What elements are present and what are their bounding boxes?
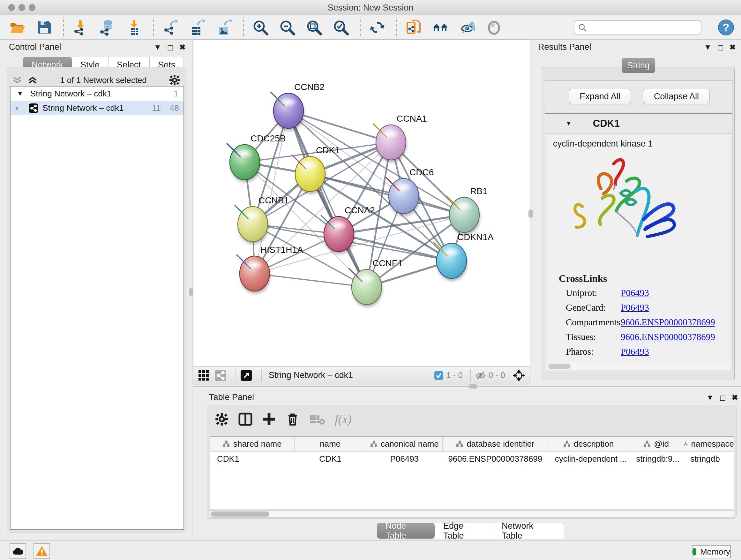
control-panel-close-icon[interactable]: ✖ [179, 43, 185, 53]
network-view-icon[interactable] [214, 369, 226, 381]
expand-all-button[interactable]: Expand All [569, 89, 631, 104]
control-panel-float-icon[interactable]: □ [168, 43, 173, 53]
node-label-HIST1H1A: HIST1H1A [260, 245, 303, 255]
collapse-all-button[interactable]: Collapse All [643, 89, 710, 104]
zoom-out-icon[interactable] [279, 19, 295, 36]
function-builder-button[interactable]: f(x) [335, 412, 352, 426]
network-canvas[interactable]: CCNB2CCNA1CDC25BCDK1CDC6RB1CCNB1CCNA2CDK… [193, 40, 530, 384]
delete-column-icon[interactable] [286, 412, 300, 426]
add-column-icon[interactable] [262, 412, 276, 426]
collapse-all-networks-icon[interactable] [12, 76, 23, 84]
column-header[interactable]: database identifier [443, 437, 548, 451]
column-header[interactable]: shared name [210, 437, 294, 451]
column-header[interactable]: @id [629, 437, 683, 451]
table-row[interactable]: CDK1 CDK1 P06493 9606.ENSP00000378699 cy… [210, 451, 734, 466]
grid-view-icon[interactable] [198, 369, 210, 381]
network-node-CDC6[interactable]: CDC6 [386, 167, 434, 216]
network-row[interactable]: ● String Network – cdk1 11 48 [10, 101, 184, 115]
column-header[interactable]: name [294, 437, 366, 451]
memory-label: Memory [700, 547, 730, 557]
table-panel-close-icon[interactable]: ✖ [731, 393, 738, 403]
hidden-items-eye-icon[interactable] [475, 371, 486, 380]
results-panel-float-icon[interactable]: □ [718, 43, 723, 53]
clone-network-icon[interactable] [405, 19, 422, 36]
results-horizontal-scrollbar[interactable] [547, 363, 730, 370]
houses-icon[interactable] [432, 19, 449, 36]
results-panel-title: Results Panel [538, 42, 591, 52]
node-label-CDC25B: CDC25B [251, 133, 286, 143]
crosslink-link[interactable]: P06493 [621, 288, 649, 298]
tab-network-table[interactable]: Network Table [493, 523, 564, 539]
tab-edge-table[interactable]: Edge Table [434, 523, 493, 539]
column-header[interactable]: namespace [683, 437, 734, 451]
navigator-crosshair-icon[interactable] [512, 369, 526, 382]
export-network-icon[interactable] [162, 19, 179, 36]
zoom-in-icon[interactable] [252, 19, 269, 36]
crosslink-link[interactable]: P06493 [621, 302, 649, 313]
zoom-selected-icon[interactable] [333, 19, 349, 36]
cloud-status-button[interactable] [10, 543, 26, 559]
results-panel-close-icon[interactable]: ✖ [729, 43, 736, 53]
network-node-CCNA1[interactable]: CCNA1 [373, 114, 427, 163]
tree-collapse-icon[interactable]: ▼ [17, 90, 23, 98]
scrollbar-thumb[interactable] [211, 511, 269, 516]
crosslink-label: GeneCard: [566, 302, 621, 313]
network-tree: ▼ String Network – cdk1 1 ● String Netwo… [10, 86, 184, 530]
search-field[interactable] [574, 20, 701, 35]
zoom-fit-icon[interactable] [306, 19, 322, 36]
refresh-layout-icon[interactable] [369, 19, 386, 36]
table-horizontal-scrollbar[interactable] [210, 510, 734, 517]
gray-orb-icon[interactable] [486, 19, 502, 36]
selected-items-checkbox-icon[interactable] [434, 371, 444, 380]
crosslink-link[interactable]: 9606.ENSP00000378699 [621, 317, 715, 327]
network-node-CCNB1[interactable]: CCNB1 [235, 195, 289, 244]
search-input[interactable] [587, 23, 692, 32]
table-panel-float-icon[interactable]: □ [720, 393, 725, 403]
memory-button[interactable]: Memory [692, 545, 731, 558]
network-node-CCNB2[interactable]: CCNB2 [271, 82, 325, 131]
network-options-gear-icon[interactable] [169, 74, 180, 86]
warning-icon [36, 546, 48, 557]
control-panel-menu-icon[interactable]: ▼ [154, 43, 161, 53]
export-image-icon[interactable] [216, 19, 232, 36]
gene-entry-header[interactable]: ▼ CDK1 [545, 114, 732, 133]
detach-view-icon[interactable] [240, 369, 253, 381]
delete-table-icon[interactable] [309, 412, 325, 426]
collection-count: 1 [174, 89, 179, 99]
expand-all-networks-icon[interactable] [27, 76, 38, 84]
column-header[interactable]: description [548, 437, 629, 451]
crosslink-link[interactable]: 9606.ENSP00000378699 [621, 332, 715, 342]
tab-string[interactable]: String [622, 58, 655, 73]
import-table-icon[interactable] [126, 19, 142, 36]
export-table-icon[interactable] [189, 19, 205, 36]
network-collection-row[interactable]: ▼ String Network – cdk1 1 [10, 86, 184, 101]
save-session-icon[interactable] [36, 19, 52, 36]
network-node-CDKN1A[interactable]: CDKN1A [434, 232, 494, 281]
bottom-splitter[interactable] [193, 386, 741, 387]
import-network-from-database-icon[interactable] [99, 19, 116, 36]
table-options-gear-icon[interactable] [215, 412, 229, 426]
network-edge[interactable] [255, 273, 367, 287]
network-edge[interactable] [310, 174, 464, 215]
crosslink-label: Compartments: [566, 317, 621, 327]
warning-status-button[interactable] [33, 543, 50, 559]
scrollbar-thumb[interactable] [548, 364, 570, 369]
open-session-icon[interactable] [9, 19, 25, 36]
results-panel-menu-icon[interactable]: ▼ [704, 43, 712, 53]
hide-show-eye-icon[interactable] [459, 19, 475, 36]
column-header[interactable]: canonical name [366, 437, 443, 451]
network-graph[interactable]: CCNB2CCNA1CDC25BCDK1CDC6RB1CCNB1CCNA2CDK… [193, 40, 530, 366]
left-splitter-handle[interactable] [189, 288, 193, 296]
table-toolbar: f(x) [215, 412, 352, 426]
right-splitter-handle[interactable] [529, 209, 533, 218]
show-columns-icon[interactable] [239, 412, 253, 426]
import-network-icon[interactable] [72, 19, 89, 36]
table-panel-menu-icon[interactable]: ▼ [706, 393, 714, 403]
entry-collapse-icon[interactable]: ▼ [565, 120, 572, 127]
protein-structure-image [560, 152, 681, 260]
help-button[interactable]: ? [718, 19, 734, 36]
crosslink-link[interactable]: P06493 [621, 347, 649, 357]
bottom-splitter-handle[interactable] [468, 384, 477, 388]
network-node-RB1[interactable]: RB1 [447, 186, 487, 235]
tab-node-table[interactable]: Node Table [377, 523, 434, 539]
